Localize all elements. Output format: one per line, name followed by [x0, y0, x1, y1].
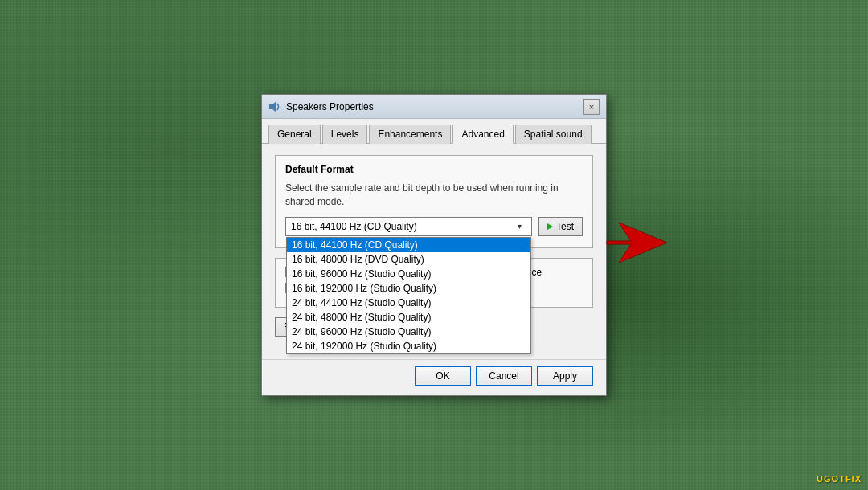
- tab-bar: General Levels Enhancements Advanced Spa…: [262, 119, 606, 144]
- watermark: UGOTFIX: [817, 474, 862, 484]
- speaker-icon: [268, 100, 281, 113]
- test-label: Test: [556, 221, 574, 232]
- section-title: Default Format: [285, 164, 583, 175]
- tab-general[interactable]: General: [268, 125, 321, 144]
- watermark-prefix: UG: [817, 474, 832, 484]
- dropdown-option-2[interactable]: 16 bit, 96000 Hz (Studio Quality): [287, 267, 530, 281]
- dropdown-option-7[interactable]: 24 bit, 192000 Hz (Studio Quality): [287, 339, 530, 353]
- tab-enhancements[interactable]: Enhancements: [369, 125, 451, 144]
- default-format-section: Default Format Select the sample rate an…: [275, 155, 593, 248]
- dialog-title: Speakers Properties: [286, 101, 583, 112]
- close-button[interactable]: ×: [583, 99, 600, 115]
- dropdown-list: 16 bit, 44100 Hz (CD Quality) 16 bit, 48…: [286, 237, 531, 354]
- dropdown-arrow-icon: ▾: [514, 220, 526, 233]
- apply-button[interactable]: Apply: [537, 366, 593, 386]
- play-icon: [547, 223, 553, 230]
- speakers-properties-dialog: Speakers Properties × General Levels Enh…: [261, 94, 607, 396]
- test-button[interactable]: Test: [538, 217, 583, 236]
- format-dropdown-row: 16 bit, 44100 Hz (CD Quality) ▾ 16 bit, …: [285, 217, 583, 236]
- dropdown-selected-value: 16 bit, 44100 Hz (CD Quality): [291, 221, 417, 232]
- format-dropdown[interactable]: 16 bit, 44100 Hz (CD Quality) ▾ 16 bit, …: [285, 217, 532, 236]
- tab-spatial-sound[interactable]: Spatial sound: [515, 125, 592, 144]
- dropdown-option-3[interactable]: 16 bit, 192000 Hz (Studio Quality): [287, 281, 530, 296]
- svg-marker-2: [607, 223, 667, 263]
- watermark-suffix: TFIX: [839, 474, 862, 484]
- dropdown-option-0[interactable]: 16 bit, 44100 Hz (CD Quality): [287, 238, 530, 252]
- dropdown-option-5[interactable]: 24 bit, 48000 Hz (Studio Quality): [287, 310, 530, 325]
- cancel-button[interactable]: Cancel: [476, 366, 532, 386]
- dialog-footer: OK Cancel Apply: [262, 359, 606, 395]
- tab-levels[interactable]: Levels: [322, 125, 368, 144]
- watermark-highlight: O: [832, 474, 840, 484]
- ok-button[interactable]: OK: [415, 366, 471, 386]
- red-arrow-indicator: [603, 218, 675, 269]
- section-description: Select the sample rate and bit depth to …: [285, 182, 583, 209]
- tab-content: Default Format Select the sample rate an…: [262, 144, 606, 359]
- tab-advanced[interactable]: Advanced: [452, 125, 513, 144]
- dropdown-option-1[interactable]: 16 bit, 48000 Hz (DVD Quality): [287, 252, 530, 267]
- dropdown-option-6[interactable]: 24 bit, 96000 Hz (Studio Quality): [287, 325, 530, 339]
- svg-rect-0: [269, 104, 272, 109]
- title-bar: Speakers Properties ×: [262, 95, 606, 119]
- dropdown-option-4[interactable]: 24 bit, 44100 Hz (Studio Quality): [287, 296, 530, 310]
- svg-marker-1: [272, 101, 276, 112]
